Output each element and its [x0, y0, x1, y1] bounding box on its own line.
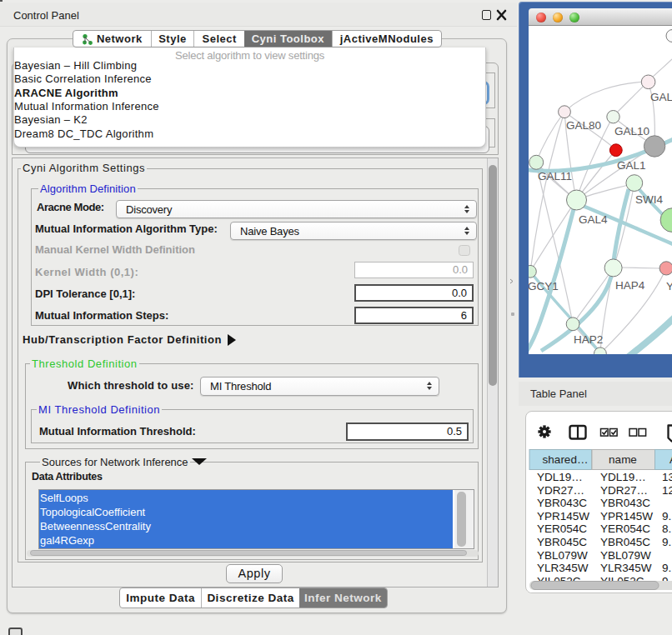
svg-text:YLR345W: YLR345W	[537, 562, 589, 574]
svg-text:SWI4: SWI4	[635, 193, 663, 206]
svg-text:12: 12	[662, 484, 672, 497]
svg-text:YBR043C: YBR043C	[537, 497, 587, 509]
svg-text:GCY1: GCY1	[529, 280, 559, 292]
svg-text:HAP2: HAP2	[574, 333, 603, 346]
svg-text:YBL079W: YBL079W	[600, 549, 651, 562]
svg-text:YDL19…: YDL19…	[600, 471, 646, 483]
svg-text:8.: 8.	[662, 522, 671, 535]
svg-text:9.: 9.	[662, 536, 671, 548]
svg-text:YER054C: YER054C	[537, 522, 587, 535]
svg-text:GAL2: GAL2	[650, 91, 672, 103]
svg-text:GAL11: GAL11	[538, 170, 572, 182]
svg-text:YBR043C: YBR043C	[600, 497, 650, 509]
svg-text:YPR145W: YPR145W	[600, 510, 653, 522]
svg-text:YLR345W: YLR345W	[600, 562, 652, 574]
svg-text:GAL10: GAL10	[614, 125, 649, 138]
svg-text:YBR045C: YBR045C	[600, 536, 650, 548]
svg-text:9.: 9.	[662, 510, 671, 522]
svg-text:GAL80: GAL80	[566, 119, 601, 132]
svg-text:YER054C: YER054C	[600, 522, 650, 535]
svg-text:YBR045C: YBR045C	[537, 536, 587, 548]
svg-text:GAL4: GAL4	[579, 213, 608, 226]
svg-text:name: name	[609, 453, 637, 466]
svg-text:GAL1: GAL1	[617, 159, 646, 172]
svg-text:YDR27…: YDR27…	[600, 484, 648, 497]
svg-text:YBL079W: YBL079W	[537, 549, 588, 562]
svg-text:YDL19…: YDL19…	[537, 471, 583, 483]
svg-text:HAP4: HAP4	[615, 279, 645, 292]
svg-text:YPR145W: YPR145W	[537, 510, 589, 522]
svg-text:YJ: YJ	[666, 280, 672, 292]
svg-text:13: 13	[662, 471, 672, 483]
svg-text:YDR27…: YDR27…	[537, 484, 584, 497]
svg-text:shared…: shared…	[543, 453, 589, 466]
svg-text:9.: 9.	[662, 562, 671, 574]
